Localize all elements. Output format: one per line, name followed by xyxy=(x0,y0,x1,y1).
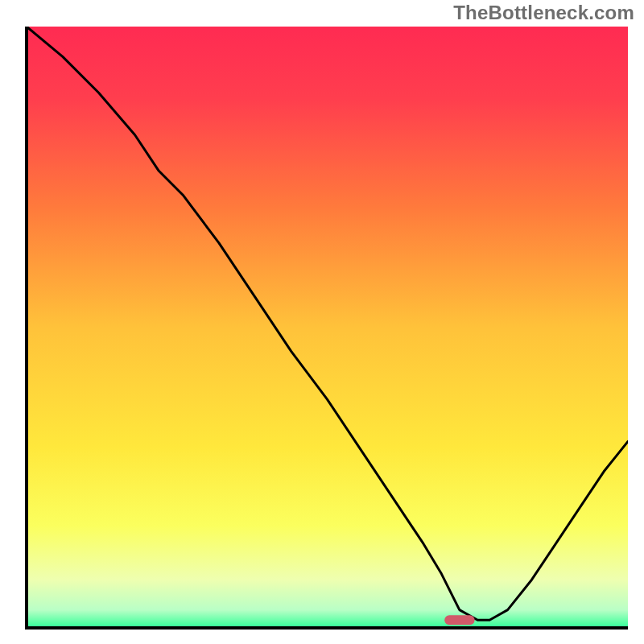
chart-container: TheBottleneck.com xyxy=(0,0,644,644)
gradient-background xyxy=(27,27,628,628)
bottleneck-chart xyxy=(0,0,644,644)
optimal-marker xyxy=(444,615,474,625)
